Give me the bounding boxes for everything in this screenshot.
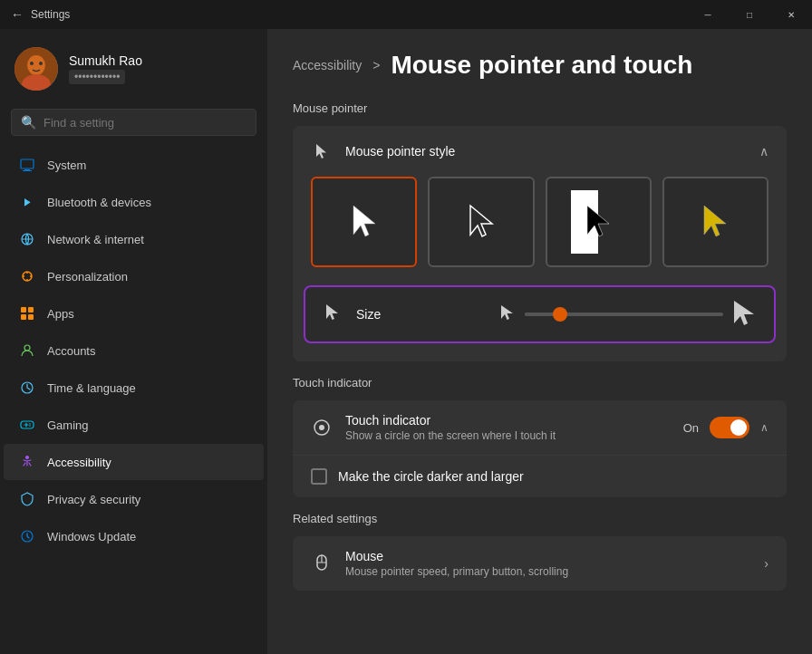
time-label: Time & language xyxy=(47,381,136,395)
checkbox-row: Make the circle darker and larger xyxy=(293,455,787,497)
maximize-button[interactable]: □ xyxy=(729,0,770,29)
size-row: Size xyxy=(304,285,776,343)
svg-point-1 xyxy=(27,55,45,75)
size-label: Size xyxy=(356,307,485,322)
windows-label: Windows Update xyxy=(47,530,136,543)
touch-indicator-card: Touch indicator Show a circle on the scr… xyxy=(293,400,787,497)
size-slider-track[interactable] xyxy=(525,313,723,316)
privacy-label: Privacy & security xyxy=(47,493,140,506)
sidebar-item-gaming[interactable]: Gaming xyxy=(4,407,264,443)
back-icon[interactable]: ← xyxy=(11,7,24,22)
touch-icon xyxy=(311,417,333,438)
pointer-option-white[interactable] xyxy=(311,177,417,267)
sidebar-item-accessibility[interactable]: Accessibility xyxy=(4,444,264,480)
touch-indicator-subtitle: Show a circle on the screen where I touc… xyxy=(345,429,556,442)
cursor-small-icon xyxy=(499,304,516,324)
breadcrumb-parent[interactable]: Accessibility xyxy=(293,58,362,72)
pointer-style-icon xyxy=(311,140,333,162)
touch-chevron-up-icon: ∧ xyxy=(760,421,768,434)
page-header: Accessibility > Mouse pointer and touch xyxy=(293,51,787,80)
touch-indicator-header[interactable]: Touch indicator Show a circle on the scr… xyxy=(293,400,787,455)
sidebar-item-network[interactable]: Network & internet xyxy=(4,221,264,257)
page-title: Mouse pointer and touch xyxy=(391,51,692,80)
svg-point-22 xyxy=(319,425,324,430)
related-settings-title: Related settings xyxy=(293,512,787,525)
pointer-option-invert[interactable] xyxy=(546,177,652,267)
privacy-icon xyxy=(18,490,36,508)
sidebar-item-accounts[interactable]: Accounts xyxy=(4,332,264,369)
titlebar: ← Settings ─ □ ✕ xyxy=(0,0,812,29)
toggle-on-label: On xyxy=(683,421,699,435)
sidebar-item-privacy[interactable]: Privacy & security xyxy=(4,481,264,517)
accessibility-label: Accessibility xyxy=(47,456,111,469)
mouse-subtitle: Mouse pointer speed, primary button, scr… xyxy=(345,565,568,578)
bluetooth-label: Bluetooth & devices xyxy=(47,196,151,209)
windows-update-icon xyxy=(18,527,36,545)
titlebar-title: Settings xyxy=(31,8,70,21)
network-label: Network & internet xyxy=(47,233,144,246)
svg-rect-7 xyxy=(23,170,32,171)
personalization-label: Personalization xyxy=(47,270,128,284)
svg-point-3 xyxy=(30,62,34,65)
touch-indicator-title: Touch indicator xyxy=(345,413,556,428)
chevron-up-icon: ∧ xyxy=(759,144,768,159)
touch-toggle[interactable] xyxy=(710,417,749,438)
sidebar-item-personalization[interactable]: Personalization xyxy=(4,258,264,294)
accounts-icon xyxy=(18,341,36,360)
system-label: System xyxy=(47,159,86,172)
svg-point-17 xyxy=(29,423,31,425)
sidebar: Sumukh Rao •••••••••••• 🔍 System Bluetoo… xyxy=(0,29,267,654)
time-icon xyxy=(18,379,36,397)
slider-container xyxy=(499,300,756,329)
sidebar-item-bluetooth[interactable]: Bluetooth & devices xyxy=(4,184,264,220)
svg-rect-11 xyxy=(28,307,34,313)
pointer-style-label: Mouse pointer style xyxy=(345,144,455,159)
accessibility-icon xyxy=(18,453,36,471)
mouse-chevron-right-icon: › xyxy=(764,556,768,571)
svg-point-14 xyxy=(24,345,30,351)
svg-rect-13 xyxy=(28,314,34,320)
sidebar-item-system[interactable]: System xyxy=(4,147,264,183)
svg-point-18 xyxy=(29,425,31,427)
sidebar-item-apps[interactable]: Apps xyxy=(4,295,264,332)
bluetooth-icon xyxy=(18,193,36,211)
pointer-style-header[interactable]: Mouse pointer style ∧ xyxy=(293,126,787,177)
touch-indicator-section-title: Touch indicator xyxy=(293,376,787,390)
svg-rect-10 xyxy=(21,307,26,313)
svg-point-4 xyxy=(39,62,43,65)
minimize-button[interactable]: ─ xyxy=(687,0,729,29)
mouse-icon xyxy=(311,553,333,574)
gaming-icon xyxy=(18,416,36,434)
sidebar-item-time[interactable]: Time & language xyxy=(4,370,264,406)
pointer-option-yellow[interactable] xyxy=(662,177,768,267)
svg-point-19 xyxy=(25,456,29,459)
avatar xyxy=(14,47,58,91)
pointer-option-outline[interactable] xyxy=(428,177,534,267)
close-button[interactable]: ✕ xyxy=(770,0,812,29)
network-icon xyxy=(18,230,36,248)
cursor-large-icon xyxy=(732,300,756,329)
mouse-pointer-card: Mouse pointer style ∧ xyxy=(293,126,787,361)
related-settings-card: Mouse Mouse pointer speed, primary butto… xyxy=(293,536,787,591)
gaming-label: Gaming xyxy=(47,418,89,432)
search-input[interactable] xyxy=(44,116,246,130)
darker-circle-checkbox[interactable] xyxy=(311,468,327,485)
accounts-label: Accounts xyxy=(47,344,95,358)
user-profile[interactable]: Sumukh Rao •••••••••••• xyxy=(0,40,267,105)
related-item-mouse[interactable]: Mouse Mouse pointer speed, primary butto… xyxy=(293,536,787,591)
svg-rect-12 xyxy=(21,314,26,320)
mouse-pointer-section-title: Mouse pointer xyxy=(293,101,787,115)
size-small-cursor-icon xyxy=(324,303,342,325)
search-box[interactable]: 🔍 xyxy=(11,109,256,136)
user-name: Sumukh Rao xyxy=(69,53,142,68)
pointer-options xyxy=(293,177,787,285)
darker-circle-label: Make the circle darker and larger xyxy=(338,469,524,484)
breadcrumb-arrow: > xyxy=(372,58,380,72)
svg-rect-5 xyxy=(21,159,34,168)
apps-icon xyxy=(18,304,36,322)
system-icon xyxy=(18,156,36,174)
mouse-title: Mouse xyxy=(345,549,568,563)
apps-label: Apps xyxy=(47,307,74,321)
sidebar-item-windows[interactable]: Windows Update xyxy=(4,518,264,554)
user-email: •••••••••••• xyxy=(69,70,125,84)
